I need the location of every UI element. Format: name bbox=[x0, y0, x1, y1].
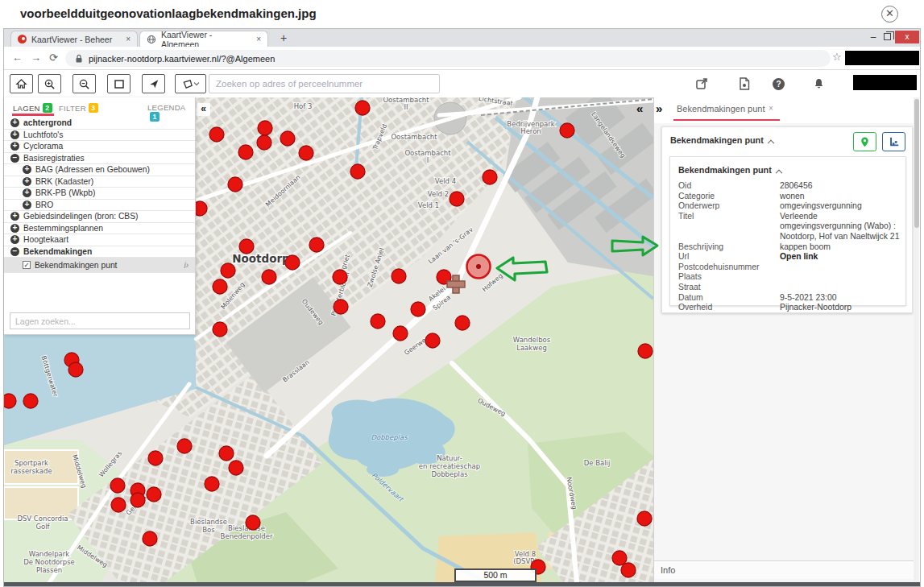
open-link[interactable]: Open link bbox=[780, 252, 901, 262]
back-icon[interactable]: ← bbox=[12, 52, 23, 64]
viewer-close-icon[interactable]: ✕ bbox=[881, 6, 898, 23]
panel-tab-label[interactable]: Bekendmakingen punt bbox=[677, 104, 764, 114]
announcement-point[interactable] bbox=[483, 170, 497, 184]
announcement-point[interactable] bbox=[637, 511, 652, 526]
announcement-point[interactable] bbox=[638, 344, 653, 358]
announcement-point[interactable] bbox=[205, 477, 219, 491]
layer-tree-item[interactable]: −Bekendmakingen bbox=[4, 246, 195, 258]
bookmark-star-icon[interactable]: ☆ bbox=[832, 51, 842, 63]
announcement-point[interactable] bbox=[425, 333, 440, 348]
announcement-point[interactable] bbox=[280, 131, 295, 146]
browser-tab-algemeen[interactable]: KaartViewer - Algemeen × bbox=[139, 31, 268, 47]
profile-button[interactable] bbox=[882, 132, 905, 151]
url-input[interactable]: pijnacker-nootdorp.kaartviewer.nl/?@Alge… bbox=[65, 50, 831, 67]
scrollbar-thumb[interactable] bbox=[914, 99, 919, 228]
panel-expand-left-icon[interactable]: « bbox=[636, 101, 643, 115]
reload-icon[interactable]: ⟳ bbox=[49, 52, 58, 64]
announcement-point[interactable] bbox=[299, 146, 313, 160]
announcement-point[interactable] bbox=[246, 515, 260, 530]
announcement-point[interactable] bbox=[68, 362, 83, 377]
layer-tree-item[interactable]: +Cyclorama bbox=[4, 141, 195, 153]
window-restore-button[interactable] bbox=[884, 33, 891, 40]
announcement-point[interactable] bbox=[350, 164, 365, 179]
window-minimize-button[interactable]: – bbox=[868, 31, 879, 43]
announcement-point[interactable] bbox=[221, 263, 235, 278]
announcement-point[interactable] bbox=[143, 531, 157, 546]
layer-tree-item[interactable]: ✓Bekendmakingen punti› bbox=[4, 258, 195, 273]
zoom-in-button[interactable] bbox=[38, 74, 61, 93]
layer-tree-item[interactable]: +BRO bbox=[4, 200, 195, 212]
info-bar[interactable]: Info bbox=[654, 560, 919, 579]
layer-tree-item[interactable]: +achtergrond bbox=[4, 118, 195, 130]
layer-tree-item[interactable]: +BRK-PB (Wkpb) bbox=[4, 188, 195, 200]
collapse-icon[interactable]: − bbox=[10, 154, 19, 163]
layer-search-input[interactable] bbox=[10, 312, 190, 329]
zoom-extent-button[interactable] bbox=[107, 74, 131, 93]
layer-tree-item[interactable]: +Hoogtekaart bbox=[4, 234, 195, 246]
announcement-point[interactable] bbox=[285, 255, 300, 270]
announcement-point[interactable] bbox=[560, 123, 574, 138]
pdf-export-icon[interactable] bbox=[735, 75, 753, 93]
tab-filter[interactable]: FILTER3 bbox=[59, 103, 98, 113]
announcement-point[interactable] bbox=[23, 394, 38, 408]
layer-tree-item[interactable]: +Gebiedsindelingen (bron: CBS) bbox=[4, 211, 195, 223]
zoom-out-button[interactable] bbox=[73, 74, 96, 93]
announcement-point[interactable] bbox=[238, 145, 253, 159]
announcement-point[interactable] bbox=[334, 300, 348, 314]
open-in-new-icon[interactable] bbox=[693, 75, 711, 93]
announcement-point[interactable] bbox=[333, 270, 347, 284]
announcement-point[interactable] bbox=[411, 302, 425, 316]
announcement-point[interactable] bbox=[257, 135, 271, 150]
address-search-input[interactable] bbox=[209, 74, 440, 93]
expand-icon[interactable]: + bbox=[23, 188, 31, 197]
expand-icon[interactable]: + bbox=[23, 177, 31, 186]
collapse-sidebar-button[interactable]: « bbox=[197, 103, 210, 116]
announcement-point[interactable] bbox=[111, 498, 126, 512]
announcement-point[interactable] bbox=[147, 487, 161, 502]
tab-close-icon[interactable]: × bbox=[256, 35, 261, 43]
feature-card-title[interactable]: Bekendmakingen punt bbox=[670, 135, 773, 145]
layer-tree-item[interactable]: +Luchtfoto's bbox=[4, 130, 195, 142]
home-button[interactable] bbox=[10, 74, 33, 93]
layer-tree-item[interactable]: +Bestemmingsplannen bbox=[4, 223, 195, 235]
expand-icon[interactable]: + bbox=[10, 142, 19, 151]
announcement-point[interactable] bbox=[258, 121, 272, 135]
announcement-point[interactable] bbox=[219, 446, 234, 461]
announcement-point[interactable] bbox=[131, 493, 145, 507]
window-close-button[interactable]: x bbox=[895, 31, 919, 43]
expand-icon[interactable]: + bbox=[10, 212, 19, 221]
panel-collapse-right-icon[interactable]: » bbox=[656, 101, 662, 115]
announcement-point[interactable] bbox=[309, 238, 324, 252]
zoom-to-point-button[interactable] bbox=[853, 132, 876, 151]
announcement-point[interactable] bbox=[262, 270, 276, 284]
announcement-point[interactable] bbox=[213, 279, 227, 294]
announcement-point[interactable] bbox=[110, 478, 125, 493]
layer-info-icon[interactable]: i› bbox=[184, 261, 189, 270]
announcement-point[interactable] bbox=[621, 563, 636, 577]
announcement-point[interactable] bbox=[392, 269, 406, 283]
forward-icon[interactable]: → bbox=[31, 52, 41, 64]
announcement-point[interactable] bbox=[393, 326, 408, 341]
help-icon[interactable]: ? bbox=[769, 75, 787, 93]
expand-icon[interactable]: + bbox=[10, 118, 19, 127]
announcement-point[interactable] bbox=[213, 322, 227, 337]
layer-tree-item[interactable]: +BAG (Adressen en Gebouwen) bbox=[4, 164, 195, 176]
new-tab-button[interactable]: + bbox=[276, 31, 291, 46]
announcement-point[interactable] bbox=[177, 439, 192, 453]
tab-close-icon[interactable]: × bbox=[126, 35, 131, 43]
expand-icon[interactable]: + bbox=[23, 200, 31, 209]
layer-tree-item[interactable]: +BRK (Kadaster) bbox=[4, 176, 195, 188]
feature-detail-title[interactable]: Bekendmakingen punt bbox=[678, 165, 781, 175]
announcement-point[interactable] bbox=[239, 239, 254, 254]
announcement-point[interactable] bbox=[229, 461, 243, 475]
announcement-point[interactable] bbox=[355, 101, 370, 115]
expand-icon[interactable]: + bbox=[10, 224, 19, 233]
selected-point-marker[interactable] bbox=[467, 255, 491, 279]
announcement-point[interactable] bbox=[4, 394, 16, 408]
layer-checkbox[interactable]: ✓ bbox=[23, 261, 31, 269]
browser-tab-beheer[interactable]: KaartViewer - Beheer × bbox=[10, 31, 138, 47]
panel-scrollbar[interactable] bbox=[914, 97, 919, 583]
announcement-point[interactable] bbox=[455, 316, 470, 330]
expand-icon[interactable]: + bbox=[10, 130, 19, 139]
layer-tree-item[interactable]: −Basisregistraties bbox=[4, 153, 195, 165]
